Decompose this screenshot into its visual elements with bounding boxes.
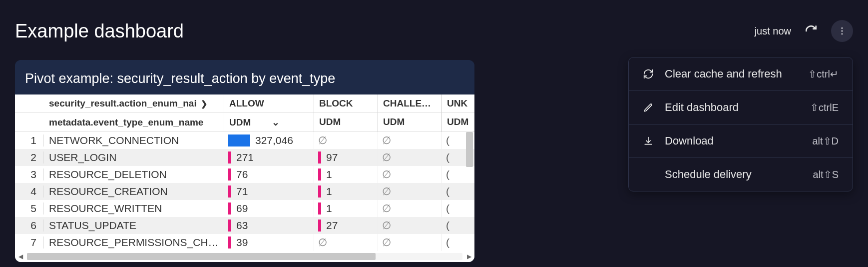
cell-value: ( xyxy=(446,202,449,214)
measure-col-challenge[interactable]: UDM xyxy=(378,113,441,132)
cell-value: 27 xyxy=(326,220,338,232)
cell-value: ( xyxy=(446,186,449,198)
menu-download[interactable]: Download alt⇧D xyxy=(629,124,853,158)
download-icon xyxy=(643,136,654,146)
challenge-cell: ∅ xyxy=(378,217,441,234)
block-cell: 1 xyxy=(314,200,378,217)
unknown-cell: ( xyxy=(441,200,474,217)
allow-cell: 39 xyxy=(224,234,314,251)
bar-indicator xyxy=(318,202,321,214)
menu-item-shortcut: ⇧ctrlE xyxy=(810,102,839,114)
allow-cell: 69 xyxy=(224,200,314,217)
table-body: 1NETWORK_CONNECTION327,046∅∅(2USER_LOGIN… xyxy=(15,132,474,251)
header-rownum xyxy=(15,94,44,113)
row-number: 7 xyxy=(15,236,44,248)
header-rownum-2 xyxy=(15,113,44,132)
event-type-cell: NETWORK_CONNECTION xyxy=(44,134,224,146)
challenge-cell: ∅ xyxy=(378,234,441,251)
cell-value: ∅ xyxy=(382,202,391,214)
menu-edit-dashboard[interactable]: Edit dashboard ⇧ctrlE xyxy=(629,90,853,124)
cell-value: ∅ xyxy=(382,168,391,180)
allow-cell: 71 xyxy=(224,183,314,200)
header-dimension-2-label: metadata.event_type_enum_name xyxy=(49,117,203,128)
scroll-left-icon[interactable]: ◀ xyxy=(15,253,26,260)
measure-col-allow[interactable]: UDM ⌄ xyxy=(224,113,314,132)
table-row[interactable]: 5RESOURCE_WRITTEN691∅( xyxy=(15,200,474,217)
svg-point-2 xyxy=(841,33,843,34)
cell-value: ( xyxy=(446,220,449,232)
menu-item-label: Download xyxy=(665,134,801,148)
table-row[interactable]: 3RESOURCE_DELETION761∅( xyxy=(15,166,474,183)
table-row[interactable]: 4RESOURCE_CREATION711∅( xyxy=(15,183,474,200)
vertical-scrollbar[interactable] xyxy=(466,132,473,167)
more-vertical-icon xyxy=(837,26,847,36)
bar-indicator xyxy=(228,134,250,146)
table-row[interactable]: 7RESOURCE_PERMISSIONS_CHA…39∅∅( xyxy=(15,234,474,251)
pivot-col-challenge[interactable]: CHALLE… xyxy=(378,94,441,113)
bar-indicator xyxy=(318,152,321,164)
unknown-cell: ( xyxy=(441,234,474,251)
last-refresh-label: just now xyxy=(755,26,791,37)
refresh-sync-icon xyxy=(643,68,654,80)
pivot-col-block[interactable]: BLOCK xyxy=(314,94,378,113)
row-number: 6 xyxy=(15,220,44,232)
more-menu-button[interactable] xyxy=(831,20,853,42)
bar-indicator xyxy=(318,220,321,232)
challenge-cell: ∅ xyxy=(378,183,441,200)
cell-value: 76 xyxy=(236,168,248,180)
menu-item-shortcut: alt⇧D xyxy=(812,135,839,147)
measure-col-unknown[interactable]: UDM xyxy=(441,113,474,132)
cell-value: 71 xyxy=(236,186,248,198)
block-cell: 1 xyxy=(314,183,378,200)
scroll-track[interactable] xyxy=(27,253,462,260)
bar-indicator xyxy=(228,202,231,214)
cell-value: 63 xyxy=(236,220,248,232)
table-row[interactable]: 2USER_LOGIN27197∅( xyxy=(15,149,474,166)
pivot-col-allow[interactable]: ALLOW xyxy=(224,94,314,113)
challenge-cell: ∅ xyxy=(378,166,441,183)
pivot-col-unknown[interactable]: UNK xyxy=(441,94,474,113)
cell-value: 69 xyxy=(236,202,248,214)
header-dimension-1-label: security_result.action_enum_nai xyxy=(49,98,197,109)
block-cell: 27 xyxy=(314,217,378,234)
cell-value: ∅ xyxy=(382,220,391,232)
dashboard-menu: Clear cache and refresh ⇧ctrl↵ Edit dash… xyxy=(628,57,853,192)
pencil-icon xyxy=(643,102,654,112)
cell-value: ∅ xyxy=(382,186,391,198)
block-cell: ∅ xyxy=(314,234,378,251)
block-cell: 97 xyxy=(314,149,378,166)
event-type-cell: STATUS_UPDATE xyxy=(44,220,224,232)
refresh-button[interactable] xyxy=(800,20,822,42)
table-row[interactable]: 6STATUS_UPDATE6327∅( xyxy=(15,217,474,234)
event-type-cell: RESOURCE_DELETION xyxy=(44,168,224,180)
scroll-right-icon[interactable]: ▶ xyxy=(463,253,474,260)
svg-point-1 xyxy=(841,30,843,32)
chevron-down-icon: ⌄ xyxy=(272,116,280,128)
event-type-cell: USER_LOGIN xyxy=(44,152,224,164)
row-number: 2 xyxy=(15,152,44,164)
cell-value: ∅ xyxy=(382,236,391,248)
header-dimension-1[interactable]: security_result.action_enum_nai ❯ xyxy=(44,94,224,113)
block-cell: 1 xyxy=(314,166,378,183)
horizontal-scrollbar[interactable]: ◀ ▶ xyxy=(15,251,474,262)
menu-item-shortcut: alt⇧S xyxy=(813,168,839,180)
menu-clear-cache-refresh[interactable]: Clear cache and refresh ⇧ctrl↵ xyxy=(629,58,853,90)
menu-schedule-delivery[interactable]: Schedule delivery alt⇧S xyxy=(629,158,853,191)
menu-item-shortcut: ⇧ctrl↵ xyxy=(808,68,839,80)
chevron-right-icon: ❯ xyxy=(201,99,207,108)
event-type-cell: RESOURCE_PERMISSIONS_CHA… xyxy=(44,236,224,248)
measure-label-allow: UDM xyxy=(229,117,251,128)
unknown-cell: ( xyxy=(441,166,474,183)
scroll-thumb[interactable] xyxy=(27,253,376,260)
header-dimension-2[interactable]: metadata.event_type_enum_name xyxy=(44,113,224,132)
dashboard-header: Example dashboard just now xyxy=(0,0,868,51)
allow-cell: 76 xyxy=(224,166,314,183)
table-row[interactable]: 1NETWORK_CONNECTION327,046∅∅( xyxy=(15,132,474,149)
cell-value: ( xyxy=(446,236,449,248)
bar-indicator xyxy=(228,186,231,198)
refresh-icon xyxy=(805,24,818,38)
event-type-cell: RESOURCE_WRITTEN xyxy=(44,202,224,214)
measure-col-block[interactable]: UDM xyxy=(314,113,378,132)
cell-value: ( xyxy=(446,134,449,146)
row-number: 1 xyxy=(15,134,44,146)
